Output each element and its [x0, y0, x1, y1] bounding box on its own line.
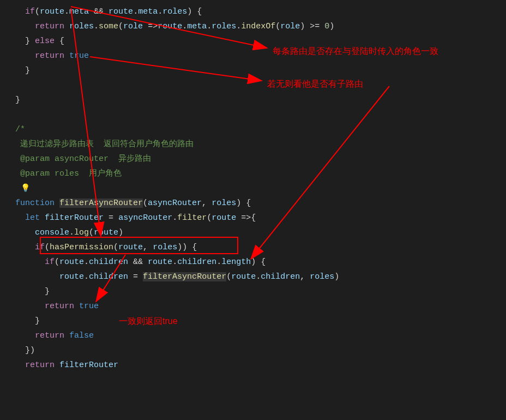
code-line: console.log(route) — [15, 225, 506, 240]
code-line: @param roles 用户角色 — [15, 166, 506, 181]
code-line: route.children = filterAsyncRouter(route… — [15, 269, 506, 284]
code-line: let filterRouter = asyncRouter.filter(ro… — [15, 211, 506, 225]
code-line: } — [15, 314, 506, 328]
code-line: if(route.children && route.children.leng… — [15, 255, 506, 269]
code-line: return false — [15, 328, 506, 343]
code-line: return true — [15, 49, 506, 63]
code-line: 💡 — [15, 181, 506, 196]
code-line: @param asyncRouter 异步路由 — [15, 152, 506, 166]
code-line: } else { — [15, 34, 506, 49]
code-line: } — [15, 93, 506, 107]
lightbulb-icon[interactable]: 💡 — [21, 181, 30, 196]
code-line: if(route.meta && route.meta.roles) { — [15, 4, 506, 19]
code-line: return true — [15, 299, 506, 314]
code-line: if(hasPermission(route, roles)) { — [15, 240, 506, 255]
code-line: /* — [15, 122, 506, 137]
code-line: 递归过滤异步路由表 返回符合用户角色的路由 — [15, 137, 506, 152]
code-editor[interactable]: if(route.meta && route.meta.roles) { ret… — [0, 0, 506, 377]
code-line: function filterAsyncRouter(asyncRouter, … — [15, 196, 506, 211]
code-line: return roles.some(role =>route.meta.role… — [15, 19, 506, 34]
code-line: } — [15, 63, 506, 78]
code-line — [15, 78, 506, 93]
code-line: } — [15, 284, 506, 299]
code-line: return filterRouter — [15, 358, 506, 373]
code-line — [15, 107, 506, 122]
code-line: }) — [15, 343, 506, 358]
